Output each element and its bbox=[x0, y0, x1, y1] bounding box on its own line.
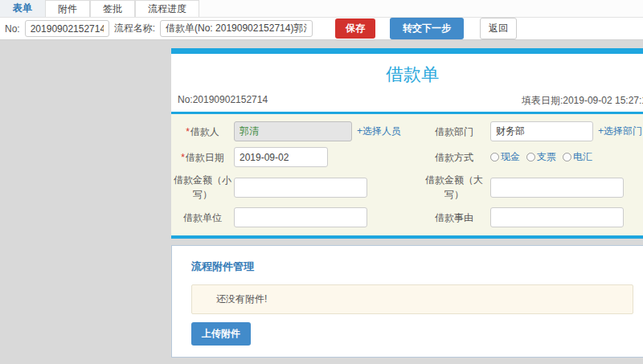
save-button[interactable]: 保存 bbox=[335, 18, 375, 39]
upload-attachment-button[interactable]: 上传附件 bbox=[191, 322, 251, 346]
loan-method-label: 借款方式 bbox=[418, 150, 490, 165]
loan-method-radio-group: 现金 支票 电汇 bbox=[490, 150, 592, 164]
no-input[interactable] bbox=[25, 20, 109, 37]
no-label: No: bbox=[5, 23, 20, 35]
radio-circle-icon[interactable] bbox=[490, 153, 499, 162]
amount-upper-label: 借款金额（大写） bbox=[418, 173, 490, 202]
loan-reason-field[interactable] bbox=[490, 207, 624, 227]
borrower-field[interactable] bbox=[234, 121, 352, 141]
radio-check[interactable]: 支票 bbox=[526, 150, 556, 164]
next-step-button[interactable]: 转交下一步 bbox=[390, 18, 464, 39]
amount-upper-field[interactable] bbox=[490, 178, 624, 198]
department-field[interactable] bbox=[490, 121, 593, 141]
radio-wire[interactable]: 电汇 bbox=[563, 150, 592, 164]
required-marker: * bbox=[186, 126, 190, 137]
attachments-heading: 流程附件管理 bbox=[172, 256, 643, 284]
radio-cash[interactable]: 现金 bbox=[490, 150, 520, 164]
top-header: 表单 附件 签批 流程进度 No: 流程名称: 保存 转交下一步 返回 bbox=[0, 0, 643, 40]
loan-unit-field[interactable] bbox=[234, 207, 367, 227]
process-name-label: 流程名称: bbox=[114, 22, 155, 35]
form-meta-row: No:20190902152714 填表日期:2019-09-02 15:27:… bbox=[171, 94, 643, 112]
required-marker: * bbox=[181, 152, 185, 163]
form-row-date-method: *借款日期 借款方式 现金 支票 电汇 bbox=[171, 147, 643, 167]
tab-attachments[interactable]: 附件 bbox=[45, 0, 90, 17]
loan-reason-label: 借款事由 bbox=[418, 211, 490, 225]
panel-top-accent-bar bbox=[171, 48, 643, 54]
tab-form[interactable]: 表单 bbox=[0, 0, 45, 17]
loan-unit-label: 借款单位 bbox=[171, 211, 234, 225]
fill-date: 填表日期:2019-09-02 15:27:1 bbox=[522, 94, 643, 108]
select-person-link[interactable]: +选择人员 bbox=[357, 125, 401, 138]
tab-approval[interactable]: 签批 bbox=[90, 0, 135, 17]
form-fields-area: *借款人 +选择人员 借款部门 +选择部门 *借款日期 借款方式 bbox=[171, 114, 643, 235]
loan-date-field[interactable] bbox=[234, 147, 328, 167]
select-department-link[interactable]: +选择部门 bbox=[598, 125, 642, 138]
radio-circle-icon[interactable] bbox=[563, 153, 571, 162]
page-title: 借款单 bbox=[171, 54, 643, 94]
doc-number: No:20190902152714 bbox=[178, 94, 268, 108]
amount-lower-field[interactable] bbox=[234, 178, 367, 198]
attachments-panel: 流程附件管理 还没有附件! 上传附件 bbox=[171, 245, 643, 358]
department-label: 借款部门 bbox=[418, 125, 490, 139]
borrower-label: *借款人 bbox=[171, 125, 234, 139]
form-row-amounts: 借款金额（小写） 借款金额（大写） bbox=[171, 173, 643, 202]
no-attachments-alert: 还没有附件! bbox=[191, 284, 633, 314]
process-name-input[interactable] bbox=[160, 20, 313, 37]
tab-bar: 表单 附件 签批 流程进度 bbox=[0, 0, 643, 18]
form-row-borrower-department: *借款人 +选择人员 借款部门 +选择部门 bbox=[171, 121, 643, 141]
loan-date-label: *借款日期 bbox=[171, 150, 234, 165]
form-row-unit-reason: 借款单位 借款事由 bbox=[171, 207, 643, 227]
radio-circle-icon[interactable] bbox=[526, 153, 535, 162]
main-content: 借款单 No:20190902152714 填表日期:2019-09-02 15… bbox=[171, 48, 643, 364]
back-button[interactable]: 返回 bbox=[480, 18, 517, 39]
loan-form-panel: 借款单 No:20190902152714 填表日期:2019-09-02 15… bbox=[171, 48, 643, 239]
tab-process-progress[interactable]: 流程进度 bbox=[135, 0, 199, 17]
command-bar: No: 流程名称: 保存 转交下一步 返回 bbox=[0, 18, 643, 40]
amount-lower-label: 借款金额（小写） bbox=[171, 173, 234, 202]
